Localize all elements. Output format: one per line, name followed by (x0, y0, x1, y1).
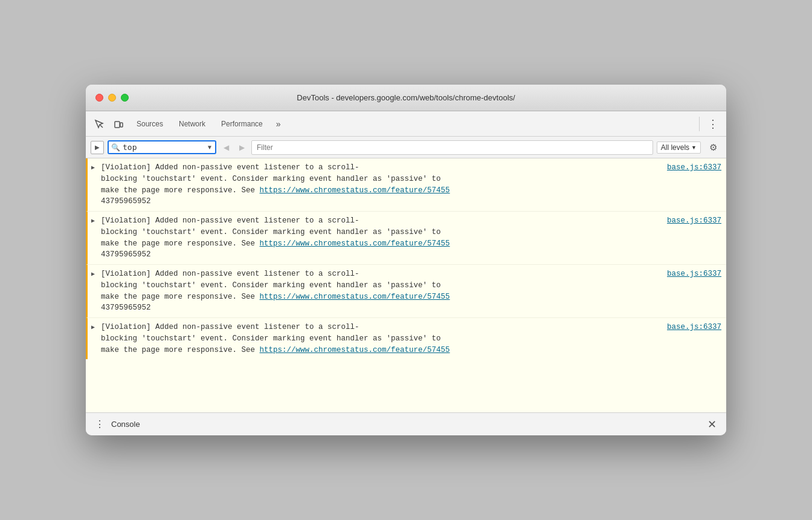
entry-expand-arrow[interactable]: ▶ (91, 216, 95, 226)
console-toolbar: ▶ 🔍 top ▼ ◀ ▶ All levels ▼ ⚙ (86, 137, 726, 158)
title-bar: DevTools - developers.google.com/web/too… (86, 85, 726, 111)
log-level-label: All levels (661, 143, 689, 152)
maximize-button[interactable] (121, 94, 129, 102)
settings-icon[interactable]: ⚙ (704, 139, 721, 156)
svg-rect-1 (115, 122, 120, 128)
device-toggle-icon[interactable] (110, 115, 127, 132)
close-button[interactable] (95, 94, 103, 102)
minimize-button[interactable] (108, 94, 116, 102)
entry-source-link[interactable]: base.js:6337 (667, 162, 721, 174)
entry-source-link[interactable]: base.js:6337 (667, 322, 721, 333)
chromestatus-link[interactable]: https://www.chromestatus.com/feature/574… (260, 346, 450, 354)
filter-input[interactable] (251, 140, 653, 155)
log-level-arrow: ▼ (691, 145, 697, 151)
context-dropdown-arrow: ▼ (207, 144, 213, 151)
bottom-menu-icon[interactable]: ⋮ (93, 418, 106, 431)
devtools-main-toolbar: Sources Network Performance » ⋮ (86, 111, 726, 137)
console-entry: ▶ [Violation] Added non-passive event li… (86, 212, 726, 265)
inspect-element-icon[interactable] (91, 115, 108, 132)
entry-expand-arrow[interactable]: ▶ (91, 270, 95, 279)
console-entry: ▶ [Violation] Added non-passive event li… (86, 158, 726, 212)
window-title: DevTools - developers.google.com/web/too… (297, 93, 515, 102)
devtools-menu-icon[interactable]: ⋮ (704, 115, 721, 132)
entry-expand-arrow[interactable]: ▶ (91, 163, 95, 172)
entry-text: [Violation] Added non-passive event list… (101, 215, 721, 261)
entry-text: [Violation] Added non-passive event list… (101, 268, 721, 314)
chromestatus-link[interactable]: https://www.chromestatus.com/feature/574… (260, 186, 450, 195)
console-entry: ▶ [Violation] Added non-passive event li… (86, 265, 726, 318)
context-search-icon: 🔍 (111, 143, 120, 152)
toolbar-tabs: Sources Network Performance » (129, 116, 694, 132)
console-content: ▶ [Violation] Added non-passive event li… (86, 158, 726, 412)
close-panel-button[interactable]: ✕ (704, 417, 719, 432)
svg-rect-2 (120, 123, 123, 127)
tab-performance[interactable]: Performance (214, 116, 270, 132)
chromestatus-link[interactable]: https://www.chromestatus.com/feature/574… (260, 239, 450, 248)
tab-sources[interactable]: Sources (129, 116, 170, 132)
execute-button[interactable]: ▶ (91, 141, 104, 154)
log-level-selector[interactable]: All levels ▼ (657, 141, 701, 154)
svg-line-0 (100, 125, 103, 128)
entry-expand-arrow[interactable]: ▶ (91, 323, 95, 332)
entry-text: [Violation] Added non-passive event list… (101, 322, 721, 356)
traffic-lights (95, 94, 129, 102)
more-tabs-button[interactable]: » (271, 117, 286, 131)
entry-text: [Violation] Added non-passive event list… (101, 162, 721, 207)
devtools-window: DevTools - developers.google.com/web/too… (86, 85, 726, 435)
nav-back-button[interactable]: ◀ (220, 141, 232, 154)
bottom-bar: ⋮ Console ✕ (86, 412, 726, 435)
entry-source-link[interactable]: base.js:6337 (667, 215, 721, 227)
nav-forward-button[interactable]: ▶ (236, 141, 248, 154)
tab-network[interactable]: Network (172, 116, 213, 132)
chromestatus-link[interactable]: https://www.chromestatus.com/feature/574… (260, 293, 450, 301)
toolbar-separator (699, 117, 700, 131)
console-label: Console (111, 420, 140, 429)
context-selector[interactable]: top (123, 143, 204, 152)
entry-source-link[interactable]: base.js:6337 (667, 268, 721, 280)
context-selector-wrapper: 🔍 top ▼ (108, 140, 216, 154)
console-entry: ▶ [Violation] Added non-passive event li… (86, 318, 726, 359)
